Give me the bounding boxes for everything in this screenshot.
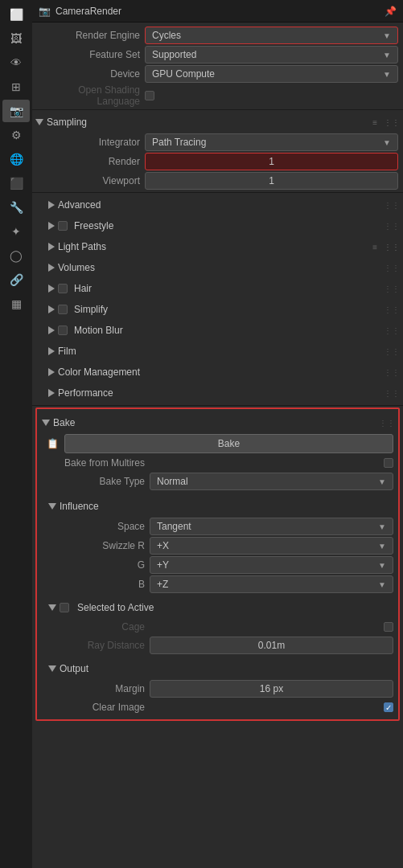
render-samples-value[interactable]: 1 [145,153,398,170]
freestyle-section-header[interactable]: Freestyle ⋮⋮ [32,215,403,236]
sidebar-icon-data[interactable]: ▦ [2,293,30,315]
open-shading-row: Open Shading Language [32,84,403,108]
sidebar-icon-object[interactable]: ⬛ [2,172,30,194]
pin-icon[interactable]: 📌 [384,6,397,17]
render-engine-value[interactable]: Cycles ▼ [145,27,398,44]
simplify-checkbox[interactable] [58,305,68,314]
drag-icon: ⋮⋮ [379,419,395,428]
swizzle-b-value[interactable]: +Z ▼ [150,575,393,593]
sidebar-icon-scene[interactable]: ⬜ [2,3,30,26]
header-icon: 📷 [39,6,51,17]
advanced-section-header[interactable]: Advanced ⋮⋮ [32,194,403,215]
space-dropdown[interactable]: Tangent ▼ [150,518,393,535]
drag-icon: ⋮⋮ [384,368,400,377]
freestyle-label: Freestyle [74,220,113,231]
film-section-header[interactable]: Film ⋮⋮ [32,341,403,362]
viewport-samples-label: Viewport [35,175,140,186]
sidebar-icon-material[interactable]: ⚙ [2,124,30,146]
integrator-value[interactable]: Path Tracing ▼ [145,133,398,151]
sidebar: ⬜ 🖼 👁 ⊞ 📷 ⚙ 🌐 ⬛ 🔧 ✦ ◯ 🔗 ▦ [0,0,32,868]
triangle-right-icon [48,389,55,397]
swizzle-b-dropdown[interactable]: +Z ▼ [150,575,393,593]
triangle-right-icon [48,326,55,334]
sidebar-icon-particles[interactable]: ✦ [2,220,30,243]
motion-blur-section-header[interactable]: Motion Blur ⋮⋮ [32,320,403,341]
open-shading-toggle[interactable] [145,91,398,100]
clear-image-row: Clear Image ✓ [37,698,398,716]
sidebar-icon-output[interactable]: 🖼 [2,27,30,50]
swizzle-b-row: B +Z ▼ [37,575,398,594]
hair-checkbox[interactable] [58,284,68,293]
sidebar-icon-render[interactable]: 📷 [2,100,30,122]
triangle-right-icon [48,243,55,251]
bake-section-header[interactable]: Bake ⋮⋮ [37,412,398,433]
ray-distance-value[interactable]: 0.01m [150,637,393,654]
chevron-down-icon: ▼ [378,542,386,551]
sampling-section-header[interactable]: Sampling ≡ ⋮⋮ [32,112,403,133]
swizzle-r-dropdown[interactable]: +X ▼ [150,537,393,555]
swizzle-g-dropdown[interactable]: +Y ▼ [150,556,393,574]
advanced-label: Advanced [58,199,101,211]
color-management-section-header[interactable]: Color Management ⋮⋮ [32,362,403,383]
sidebar-icon-constraints[interactable]: 🔗 [2,268,30,291]
space-value[interactable]: Tangent ▼ [150,518,393,535]
influence-section-header[interactable]: Influence [37,496,398,517]
motion-blur-checkbox[interactable] [58,326,68,335]
chevron-down-icon: ▼ [383,70,391,79]
volumes-label: Volumes [58,262,95,273]
list-icon[interactable]: ≡ [372,118,377,127]
feature-set-value[interactable]: Supported ▼ [145,46,398,63]
sidebar-icon-view[interactable]: 👁 [2,51,30,74]
output-section-header[interactable]: Output [37,658,398,679]
bake-section-label: Bake [53,417,75,428]
hair-section-header[interactable]: Hair ⋮⋮ [32,278,403,299]
main-panel: 📷 CameraRender 📌 Render Engine Cycles ▼ … [32,0,403,868]
ray-distance-input[interactable]: 0.01m [150,637,393,654]
selected-to-active-header[interactable]: Selected to Active [37,597,398,618]
margin-input[interactable]: 16 px [150,680,393,698]
performance-section-header[interactable]: Performance ⋮⋮ [32,383,403,403]
output-label: Output [60,663,88,674]
swizzle-r-value[interactable]: +X ▼ [150,537,393,555]
list-icon[interactable]: ≡ [372,243,377,252]
feature-set-dropdown[interactable]: Supported ▼ [145,46,398,63]
sidebar-icon-modifier[interactable]: 🔧 [2,196,30,219]
chevron-down-icon: ▼ [378,522,386,531]
swizzle-g-value[interactable]: +Y ▼ [150,556,393,574]
light-paths-label: Light Paths [58,241,106,252]
margin-value[interactable]: 16 px [150,680,393,698]
drag-icon: ⋮⋮ [384,326,400,335]
integrator-dropdown[interactable]: Path Tracing ▼ [145,133,398,151]
bake-type-label: Bake Type [40,476,145,487]
clear-image-checkbox[interactable]: ✓ [384,702,393,712]
bake-type-value[interactable]: Normal ▼ [150,473,393,490]
light-paths-section-header[interactable]: Light Paths ≡ ⋮⋮ [32,236,403,257]
viewport-samples-input[interactable]: 1 [145,172,398,190]
selected-to-active-checkbox[interactable] [60,603,69,612]
open-shading-checkbox[interactable] [145,91,154,100]
volumes-section-header[interactable]: Volumes ⋮⋮ [32,257,403,278]
swizzle-r-label: Swizzle R [40,540,145,551]
simplify-section-header[interactable]: Simplify ⋮⋮ [32,299,403,320]
sidebar-icon-compositor[interactable]: ⊞ [2,76,30,98]
freestyle-checkbox[interactable] [58,221,68,231]
viewport-samples-value[interactable]: 1 [145,172,398,190]
drag-icon: ⋮⋮ [384,243,400,252]
device-dropdown[interactable]: GPU Compute ▼ [145,65,398,83]
drag-icon: ⋮⋮ [384,201,400,210]
header-title: CameraRender [56,6,380,17]
bake-from-multires-checkbox[interactable] [384,458,393,468]
bake-from-multires-label: Bake from Multires [40,457,145,469]
render-engine-dropdown[interactable]: Cycles ▼ [145,27,398,44]
integrator-label: Integrator [35,137,140,148]
bake-button[interactable]: Bake [64,434,393,453]
render-samples-input[interactable]: 1 [145,153,398,170]
cage-checkbox[interactable] [384,622,393,632]
film-label: Film [58,346,76,357]
bake-type-dropdown[interactable]: Normal ▼ [150,473,393,490]
swizzle-g-label: G [40,559,145,571]
sidebar-icon-world[interactable]: 🌐 [2,148,30,170]
device-value[interactable]: GPU Compute ▼ [145,65,398,83]
sidebar-icon-physics[interactable]: ◯ [2,244,30,267]
performance-label: Performance [58,387,113,399]
